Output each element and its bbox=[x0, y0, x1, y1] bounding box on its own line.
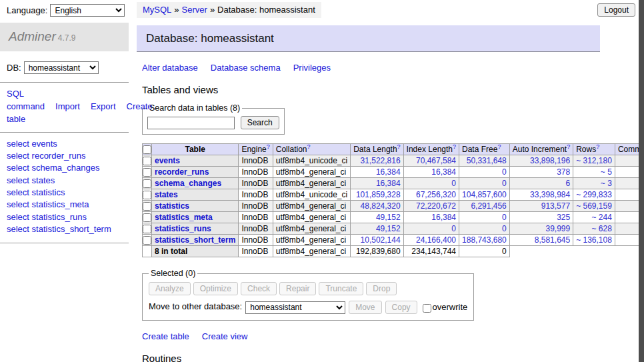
sidebar-action-link[interactable]: Import bbox=[55, 101, 80, 111]
database-action-link[interactable]: Privileges bbox=[293, 63, 331, 73]
table-name-link[interactable]: statistics bbox=[155, 201, 189, 211]
sidebar-action-link[interactable]: SQL command bbox=[7, 89, 45, 111]
rows-link[interactable]: ~ 312,180 bbox=[576, 156, 612, 165]
database-action-link[interactable]: Database schema bbox=[211, 63, 281, 73]
create-link[interactable]: Create view bbox=[202, 331, 248, 341]
selected-action-button[interactable]: Repair bbox=[279, 282, 316, 295]
table-name-link[interactable]: events bbox=[155, 156, 180, 165]
data-free-link[interactable]: 50,331,648 bbox=[467, 156, 507, 165]
sidebar-table-link[interactable]: select statistics_short_term bbox=[7, 224, 111, 234]
help-icon[interactable]: ? bbox=[267, 144, 270, 151]
row-checkbox[interactable] bbox=[143, 191, 151, 199]
selected-action-button[interactable]: Optimize bbox=[193, 282, 238, 295]
auto-increment-link[interactable]: 33,398,984 bbox=[530, 190, 570, 199]
index-length-link[interactable]: 67,256,320 bbox=[416, 190, 456, 199]
sidebar-table-link[interactable]: select statistics_runs bbox=[7, 212, 87, 222]
data-free-link[interactable]: 0 bbox=[502, 179, 507, 188]
auto-increment-link[interactable]: 913,577 bbox=[541, 201, 570, 211]
sidebar-table-link[interactable]: select schema_changes bbox=[7, 163, 99, 173]
help-icon[interactable]: ? bbox=[397, 144, 401, 151]
table-name-link[interactable]: statistics_meta bbox=[155, 213, 213, 222]
index-length-link[interactable]: 0 bbox=[451, 224, 456, 233]
sidebar-table-link[interactable]: select statistics_meta bbox=[7, 199, 89, 209]
index-length-link[interactable]: 70,467,584 bbox=[416, 156, 456, 165]
auto-increment-link[interactable]: 39,999 bbox=[545, 224, 570, 233]
data-free-link[interactable]: 0 bbox=[502, 167, 507, 177]
create-link[interactable]: Create table bbox=[142, 331, 189, 341]
row-checkbox[interactable] bbox=[143, 179, 151, 188]
row-checkbox[interactable] bbox=[143, 202, 151, 211]
rows-link[interactable]: ~ 3 bbox=[601, 179, 612, 188]
language-select[interactable]: English bbox=[50, 4, 125, 17]
breadcrumb-mysql-link[interactable]: MySQL bbox=[143, 5, 171, 15]
db-select[interactable]: homeassistant bbox=[24, 61, 99, 74]
table-row: statistics_meta InnoDB utf8mb4_general_c… bbox=[143, 212, 644, 223]
sidebar-table-link[interactable]: select recorder_runs bbox=[7, 151, 86, 161]
row-checkbox[interactable] bbox=[143, 236, 151, 245]
vertical-scrollbar[interactable] bbox=[639, 0, 644, 362]
index-length-link[interactable]: 16,384 bbox=[431, 213, 456, 222]
index-length-link[interactable]: 72,220,672 bbox=[416, 201, 456, 211]
table-name-link[interactable]: states bbox=[155, 190, 178, 199]
help-icon[interactable]: ? bbox=[307, 144, 310, 151]
auto-increment-link[interactable]: 6 bbox=[565, 179, 570, 188]
rows-link[interactable]: ~ 244 bbox=[592, 213, 612, 222]
adminer-logo[interactable]: Adminer4.7.9 bbox=[0, 23, 129, 51]
table-name-link[interactable]: statistics_short_term bbox=[155, 235, 235, 245]
selected-action-button[interactable]: Check bbox=[241, 282, 277, 295]
help-icon[interactable]: ? bbox=[497, 144, 501, 151]
auto-increment-link[interactable]: 378 bbox=[557, 167, 570, 177]
search-button[interactable]: Search bbox=[241, 116, 279, 129]
index-length-link[interactable]: 16,384 bbox=[431, 167, 456, 177]
data-length-link[interactable]: 10,502,144 bbox=[361, 235, 401, 245]
data-length-link[interactable]: 31,522,816 bbox=[361, 156, 401, 165]
data-free-link[interactable]: 188,743,680 bbox=[462, 235, 507, 245]
table-name-link[interactable]: recorder_runs bbox=[155, 167, 209, 177]
rows-link[interactable]: ~ 628 bbox=[592, 224, 612, 233]
data-free-link[interactable]: 0 bbox=[502, 224, 507, 233]
rows-link[interactable]: ~ 299,833 bbox=[576, 190, 612, 199]
logout-button[interactable]: Logout bbox=[597, 3, 635, 17]
data-length-link[interactable]: 16,384 bbox=[376, 179, 401, 188]
row-checkbox[interactable] bbox=[143, 157, 151, 165]
sidebar-table-link[interactable]: select events bbox=[7, 139, 57, 149]
auto-increment-link[interactable]: 8,581,645 bbox=[535, 235, 570, 245]
row-checkbox[interactable] bbox=[143, 213, 151, 222]
overwrite-checkbox[interactable] bbox=[423, 304, 431, 313]
selected-action-button[interactable]: Analyze bbox=[149, 282, 191, 295]
table-name-link[interactable]: schema_changes bbox=[155, 179, 221, 188]
sidebar-table-link[interactable]: select states bbox=[7, 175, 55, 185]
selected-action-button[interactable]: Drop bbox=[366, 282, 397, 295]
select-all-checkbox[interactable] bbox=[143, 145, 151, 154]
data-free-link[interactable]: 104,857,600 bbox=[462, 190, 507, 199]
data-length-link[interactable]: 16,384 bbox=[376, 167, 401, 177]
index-length-link[interactable]: 0 bbox=[451, 179, 456, 188]
rows-link[interactable]: ~ 569,159 bbox=[576, 201, 612, 211]
rows-link[interactable]: ~ 5 bbox=[601, 167, 612, 177]
breadcrumb-server-link[interactable]: Server bbox=[182, 5, 207, 15]
help-icon[interactable]: ? bbox=[453, 144, 456, 151]
data-length-link[interactable]: 49,152 bbox=[376, 224, 401, 233]
data-length-link[interactable]: 48,824,320 bbox=[361, 201, 401, 211]
help-icon[interactable]: ? bbox=[567, 144, 570, 151]
database-action-link[interactable]: Alter database bbox=[142, 63, 198, 73]
rows-link[interactable]: ~ 136,108 bbox=[576, 235, 612, 245]
table-name-link[interactable]: statistics_runs bbox=[155, 224, 211, 233]
help-icon[interactable]: ? bbox=[596, 144, 599, 151]
sidebar-table-link[interactable]: select statistics bbox=[7, 187, 65, 197]
auto-increment-link[interactable]: 325 bbox=[557, 213, 570, 222]
index-length-link[interactable]: 24,166,400 bbox=[416, 235, 456, 245]
sidebar-action-link[interactable]: Export bbox=[91, 101, 116, 111]
row-checkbox[interactable] bbox=[143, 168, 151, 177]
copy-button[interactable]: Copy bbox=[385, 301, 417, 314]
auto-increment-link[interactable]: 33,898,196 bbox=[530, 156, 570, 165]
move-db-select[interactable]: homeassistant bbox=[245, 301, 345, 314]
data-length-link[interactable]: 49,152 bbox=[376, 213, 401, 222]
search-input[interactable] bbox=[147, 117, 235, 129]
data-length-link[interactable]: 101,859,328 bbox=[356, 190, 401, 199]
move-button[interactable]: Move bbox=[349, 301, 381, 314]
row-checkbox[interactable] bbox=[143, 225, 151, 233]
selected-action-button[interactable]: Truncate bbox=[319, 282, 363, 295]
data-free-link[interactable]: 6,291,456 bbox=[471, 201, 506, 211]
data-free-link[interactable]: 0 bbox=[502, 213, 507, 222]
